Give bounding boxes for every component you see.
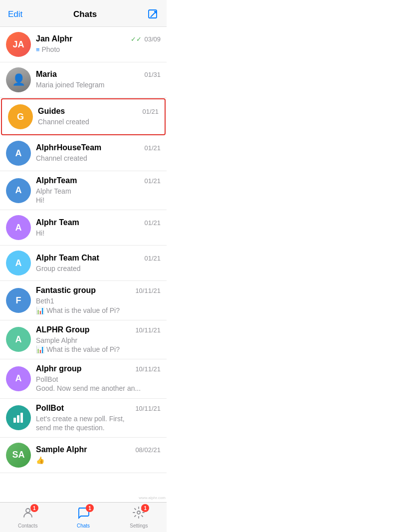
svg-point-6: [137, 511, 140, 514]
chat-item-jan-alphr[interactable]: JAJan Alphr✓✓ 03/09≡ Photo: [0, 27, 167, 62]
chat-item-alphr-team-2[interactable]: AAlphr Team01/21Hi!: [0, 210, 167, 246]
compose-button[interactable]: [148, 9, 159, 20]
chat-date-sample-alphr: 08/02/21: [135, 446, 161, 454]
chat-item-alphr-house-team[interactable]: AAlphrHouseTeam01/21Channel created: [0, 136, 167, 171]
chat-item-alphr-group-2[interactable]: AAlphr group10/11/21PollBotGood. Now sen…: [0, 359, 167, 398]
svg-point-5: [26, 509, 30, 513]
chat-preview-alphr-group-2: PollBotGood. Now send me another an...: [36, 375, 161, 393]
preview-line2: 📊 What is the value of Pi?: [36, 345, 161, 354]
svg-line-1: [151, 12, 156, 17]
chats-tab-label: Chats: [77, 523, 90, 529]
chat-item-alphr-team-chat[interactable]: AAlphr Team Chat01/21Group created: [0, 246, 167, 281]
chat-date-alphr-group-2: 10/11/21: [135, 365, 161, 373]
settings-badge: 1: [141, 504, 149, 512]
chat-content-sample-alphr: Sample Alphr08/02/21👍: [36, 445, 161, 465]
chat-name-guides: Guides: [38, 107, 65, 116]
chat-name-alphr-group-2: Alphr group: [36, 364, 82, 373]
chat-date-pollbot: 10/11/21: [135, 405, 161, 412]
double-check-icon: ✓✓: [131, 35, 142, 43]
app-header: Edit Chats: [0, 0, 167, 27]
media-icon: ≡: [36, 46, 40, 53]
page-title: Chats: [73, 9, 97, 19]
chat-item-maria[interactable]: 👤Maria01/31Maria joined Telegram: [0, 62, 167, 98]
chat-date-fantastic-group: 10/11/21: [135, 287, 161, 294]
chat-date-alphr-house-team: 01/21: [144, 144, 161, 152]
avatar-alphr-group: A: [6, 327, 31, 352]
contacts-icon: 1: [21, 506, 34, 522]
chat-name-fantastic-group: Fantastic group: [36, 286, 96, 295]
chat-preview-alphr-team-2: Hi!: [36, 229, 161, 238]
avatar-guides: G: [8, 104, 33, 129]
chat-date-alphr-team: 01/21: [144, 177, 161, 185]
chat-preview-maria: Maria joined Telegram: [36, 80, 161, 89]
contacts-badge: 1: [30, 504, 38, 512]
avatar-alphr-house-team: A: [6, 141, 31, 166]
chat-name-alphr-house-team: AlphrHouseTeam: [36, 143, 101, 152]
chat-item-guides[interactable]: GGuides01/21Channel created: [1, 98, 166, 135]
chat-content-alphr-team: AlphrTeam01/21Alphr TeamHi!: [36, 176, 161, 205]
chat-date-alphr-team-chat: 01/21: [144, 255, 161, 262]
tab-settings[interactable]: 1 Settings: [111, 506, 167, 529]
preview-line1: Let's create a new poll. First,: [36, 414, 161, 423]
svg-rect-2: [13, 418, 16, 423]
chat-date-guides: 01/21: [142, 108, 159, 115]
tab-bar: 1 Contacts 1 Chats 1 Settings: [0, 502, 167, 532]
chat-preview-pollbot: Let's create a new poll. First,send me t…: [36, 414, 161, 432]
chat-date-alphr-team-2: 01/21: [144, 219, 161, 227]
chats-badge: 1: [86, 504, 94, 512]
chat-content-fantastic-group: Fantastic group10/11/21Beth1📊 What is th…: [36, 286, 161, 314]
chats-icon: 1: [77, 506, 90, 522]
avatar-fantastic-group: F: [6, 288, 31, 313]
preview-line1: PollBot: [36, 375, 161, 384]
preview-line2: Good. Now send me another an...: [36, 384, 161, 393]
tab-chats[interactable]: 1 Chats: [55, 506, 111, 529]
chat-preview-guides: Channel created: [38, 117, 159, 126]
chat-content-alphr-house-team: AlphrHouseTeam01/21Channel created: [36, 143, 161, 163]
avatar-alphr-team-chat: A: [6, 251, 31, 275]
chat-content-alphr-team-chat: Alphr Team Chat01/21Group created: [36, 254, 161, 273]
chat-preview-alphr-house-team: Channel created: [36, 154, 161, 163]
chat-preview-alphr-team: Alphr TeamHi!: [36, 187, 161, 205]
chat-content-jan-alphr: Jan Alphr✓✓ 03/09≡ Photo: [36, 34, 161, 54]
chat-name-maria: Maria: [36, 70, 57, 79]
chat-preview-alphr-group: Sample Alphr📊 What is the value of Pi?: [36, 336, 161, 354]
chat-item-alphr-group[interactable]: AALPHR Group10/11/21Sample Alphr📊 What i…: [0, 320, 167, 359]
watermark: www.alphr.com: [139, 496, 166, 500]
edit-button[interactable]: Edit: [8, 9, 22, 19]
chat-item-fantastic-group[interactable]: FFantastic group10/11/21Beth1📊 What is t…: [0, 281, 167, 320]
chat-content-alphr-group: ALPHR Group10/11/21Sample Alphr📊 What is…: [36, 325, 161, 354]
chat-name-alphr-group: ALPHR Group: [36, 325, 90, 334]
chat-date-alphr-group: 10/11/21: [135, 326, 161, 334]
avatar-alphr-group-2: A: [6, 366, 31, 391]
chat-name-alphr-team: AlphrTeam: [36, 176, 77, 185]
preview-line2: send me the question.: [36, 423, 161, 432]
chat-item-sample-alphr[interactable]: SASample Alphr08/02/21👍: [0, 438, 167, 473]
chat-content-alphr-team-2: Alphr Team01/21Hi!: [36, 218, 161, 238]
chat-preview-fantastic-group: Beth1📊 What is the value of Pi?: [36, 296, 161, 314]
svg-rect-4: [20, 413, 23, 423]
chat-item-pollbot[interactable]: PollBot10/11/21Let's create a new poll. …: [0, 399, 167, 438]
svg-rect-3: [17, 415, 19, 423]
chat-name-sample-alphr: Sample Alphr: [36, 445, 87, 454]
preview-line1: Sample Alphr: [36, 336, 161, 345]
avatar-alphr-team: A: [6, 178, 31, 203]
chat-item-alphr-team[interactable]: AAlphrTeam01/21Alphr TeamHi!: [0, 171, 167, 210]
settings-icon: 1: [132, 506, 145, 522]
preview-text: Photo: [41, 45, 60, 53]
contacts-tab-label: Contacts: [18, 523, 37, 529]
chat-name-alphr-team-chat: Alphr Team Chat: [36, 254, 99, 263]
avatar-pollbot: [6, 405, 31, 430]
chat-content-maria: Maria01/31Maria joined Telegram: [36, 70, 161, 89]
preview-line2: 📊 What is the value of Pi?: [36, 306, 161, 315]
chat-name-alphr-team-2: Alphr Team: [36, 218, 79, 227]
chat-preview-sample-alphr: 👍: [36, 456, 161, 465]
chat-list: JAJan Alphr✓✓ 03/09≡ Photo👤Maria01/31Mar…: [0, 27, 167, 502]
preview-line1: Beth1: [36, 296, 161, 305]
chat-content-guides: Guides01/21Channel created: [38, 107, 159, 126]
avatar-sample-alphr: SA: [6, 443, 31, 468]
preview-line1: Alphr Team: [36, 187, 161, 196]
chat-content-alphr-group-2: Alphr group10/11/21PollBotGood. Now send…: [36, 364, 161, 393]
chat-name-jan-alphr: Jan Alphr: [36, 34, 72, 43]
chat-preview-jan-alphr: ≡ Photo: [36, 45, 161, 54]
tab-contacts[interactable]: 1 Contacts: [0, 506, 55, 529]
